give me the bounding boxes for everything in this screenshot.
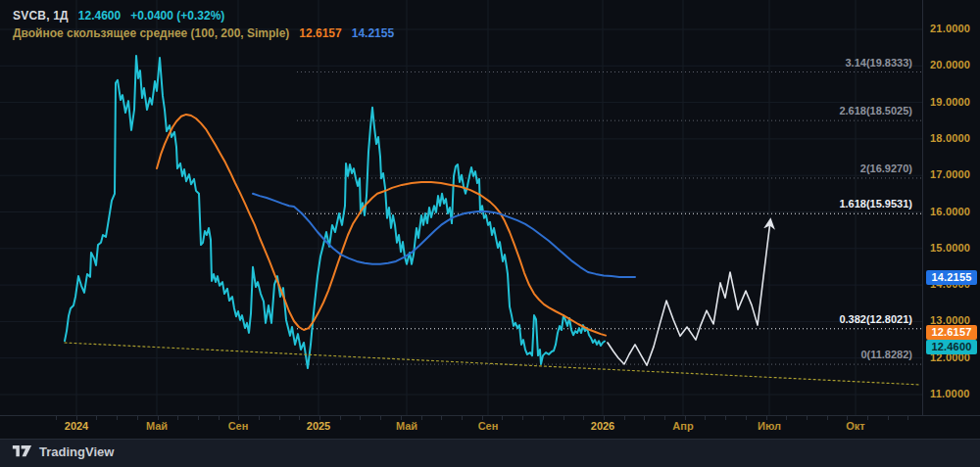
time-axis-label: Май: [146, 420, 168, 432]
price-axis-label: 21.0000: [930, 23, 970, 34]
fib-level-label: 0.382(12.8021): [839, 313, 912, 325]
price-change-value: +0.0400 (+0.32%): [130, 7, 224, 24]
ma100-value: 12.6157: [299, 24, 341, 42]
time-axis-tick: [624, 416, 625, 420]
price-plot-canvas: [0, 0, 922, 415]
time-axis-label: Апр: [672, 420, 693, 432]
time-axis-tick: [279, 416, 280, 420]
time-axis-tick: [543, 416, 544, 420]
indicator-legend-row[interactable]: Двойное скользящее среднее (100, 200, Si…: [13, 24, 394, 42]
tradingview-chart-window: 3.14(19.8333)2.618(18.5025)2(16.9270)1.6…: [0, 0, 980, 467]
indicator-title: Двойное скользящее среднее (100, 200, Si…: [13, 24, 289, 42]
time-axis-label: Окт: [846, 420, 864, 432]
time-axis-tick: [299, 416, 300, 420]
time-axis-tick: [421, 416, 422, 420]
price-tag: 14.2155: [926, 270, 977, 285]
series-trendline: [65, 343, 919, 385]
fib-level-label: 0(11.8282): [860, 349, 912, 360]
fib-level-label: 2(16.9270): [860, 163, 912, 174]
time-axis-tick: [664, 416, 665, 420]
time-axis-tick: [705, 416, 706, 420]
fib-level-label: 1.618(15.9531): [839, 198, 912, 210]
time-axis[interactable]: 2024МайСен2025МайСен2026АпрИюлОкт: [0, 415, 980, 439]
time-axis-tick: [340, 416, 341, 420]
price-axis-label: 11.0000: [930, 388, 970, 399]
time-axis-tick: [888, 416, 889, 420]
time-axis-tick: [56, 416, 57, 420]
time-axis-tick: [522, 416, 523, 420]
time-axis-tick: [462, 416, 463, 420]
fib-level-label: 3.14(19.8333): [846, 57, 913, 69]
series-projection: [608, 221, 770, 365]
tradingview-attribution[interactable]: TradingView: [12, 444, 114, 459]
series-sma100: [157, 115, 606, 336]
time-axis-tick: [807, 416, 808, 420]
price-axis-label: 17.0000: [930, 168, 970, 180]
time-axis-tick: [907, 416, 908, 420]
time-axis-tick: [360, 416, 361, 420]
time-axis-label: Июл: [758, 420, 781, 432]
price-tag: 12.6157: [926, 325, 977, 340]
time-axis-tick: [827, 416, 828, 420]
time-axis-label: Май: [396, 420, 417, 432]
time-axis-tick: [177, 416, 178, 420]
time-axis-tick: [380, 416, 381, 420]
time-axis-tick: [441, 416, 442, 420]
symbol-title: SVCB, 1Д: [13, 7, 69, 24]
series-sma200: [253, 194, 635, 277]
time-axis-tick: [137, 416, 138, 420]
time-axis-tick: [502, 416, 503, 420]
time-axis-tick: [564, 416, 564, 420]
time-axis-tick: [583, 416, 584, 420]
price-axis[interactable]: 21.000020.000019.000018.000017.000016.00…: [922, 0, 980, 438]
price-axis-label: 15.0000: [930, 242, 970, 254]
footer-bar: TradingView: [0, 439, 980, 467]
time-axis-label: 2025: [307, 420, 330, 432]
time-axis-tick: [117, 416, 118, 420]
time-axis-label: Сен: [478, 420, 499, 432]
time-axis-tick: [96, 416, 97, 420]
price-axis-label: 18.0000: [930, 132, 970, 144]
fib-level-label: 2.618(18.5025): [839, 105, 912, 117]
time-axis-tick: [725, 416, 726, 420]
price-axis-label: 19.0000: [930, 96, 970, 108]
tradingview-logo-icon: [12, 444, 32, 459]
time-axis-label: 2026: [591, 420, 614, 432]
price-tag: 12.4600: [926, 340, 977, 354]
chart-legend: SVCB, 1Д 12.4600 +0.0400 (+0.32%) Двойно…: [13, 7, 394, 42]
price-axis-label: 16.0000: [930, 206, 970, 217]
time-axis-tick: [219, 416, 220, 420]
tradingview-logo-text: TradingView: [39, 444, 114, 459]
time-axis-tick: [259, 416, 260, 420]
time-axis-tick: [867, 416, 868, 420]
chart-pane[interactable]: 3.14(19.8333)2.618(18.5025)2(16.9270)1.6…: [0, 0, 922, 415]
time-axis-label: Сен: [228, 420, 249, 432]
last-price-value: 12.4600: [78, 7, 121, 24]
time-axis-label: 2024: [65, 420, 88, 432]
time-axis-tick: [786, 416, 787, 420]
ma200-value: 14.2155: [352, 24, 394, 42]
time-axis-tick: [746, 416, 747, 420]
time-axis-tick: [644, 416, 645, 420]
symbol-legend-row[interactable]: SVCB, 1Д 12.4600 +0.0400 (+0.32%): [13, 7, 394, 24]
price-axis-label: 20.0000: [930, 59, 970, 70]
time-axis-tick: [198, 416, 199, 420]
